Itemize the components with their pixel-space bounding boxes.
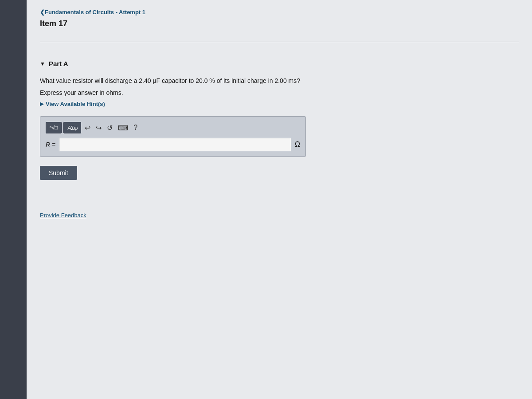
hint-link[interactable]: ▶ View Available Hint(s) — [40, 101, 519, 107]
left-sidebar — [0, 0, 27, 399]
submit-button[interactable]: Submit — [40, 166, 77, 180]
refresh-icon: ↺ — [107, 124, 113, 132]
unit-label: Ω — [295, 141, 300, 149]
greek-icon: ΑΣφ — [67, 125, 77, 131]
item-title: Item 17 — [40, 19, 519, 28]
undo-button[interactable]: ↩ — [83, 123, 92, 133]
hint-link-label: View Available Hint(s) — [46, 101, 105, 107]
radical-button[interactable]: ⁿ√□ — [46, 122, 62, 133]
answer-instruction: Express your answer in ohms. — [40, 89, 519, 96]
breadcrumb-link[interactable]: ❮Fundamentals of Circuits - Attempt 1 — [40, 9, 145, 16]
radical-icon: ⁿ√□ — [50, 125, 58, 131]
breadcrumb[interactable]: ❮Fundamentals of Circuits - Attempt 1 — [40, 9, 519, 16]
part-collapse-arrow: ▼ — [40, 61, 45, 67]
provide-feedback-link[interactable]: Provide Feedback — [40, 212, 86, 219]
redo-button[interactable]: ↪ — [94, 123, 103, 133]
part-header[interactable]: ▼ Part A — [40, 60, 519, 67]
input-label: R = — [46, 141, 55, 148]
toolbar: ⁿ√□ ΑΣφ ↩ ↪ ↺ ⌨ — [46, 122, 300, 133]
refresh-button[interactable]: ↺ — [105, 123, 114, 133]
part-section: ▼ Part A What value resistor will discha… — [40, 55, 519, 211]
question-text: What value resistor will discharge a 2.4… — [40, 76, 519, 86]
divider — [40, 42, 519, 42]
greek-button[interactable]: ΑΣφ — [63, 122, 81, 133]
part-label: Part A — [49, 60, 68, 67]
input-row: R = Ω — [46, 138, 300, 151]
answer-input[interactable] — [59, 138, 291, 151]
unit-milliseconds: ms — [289, 77, 297, 84]
help-icon: ? — [133, 124, 137, 132]
keyboard-button[interactable]: ⌨ — [116, 123, 130, 133]
help-button[interactable]: ? — [132, 123, 139, 133]
answer-box: ⁿ√□ ΑΣφ ↩ ↪ ↺ ⌨ — [40, 116, 306, 157]
unit-microfarad: μF — [153, 77, 160, 84]
main-content: ❮Fundamentals of Circuits - Attempt 1 It… — [27, 0, 532, 399]
undo-icon: ↩ — [85, 124, 90, 132]
redo-icon: ↪ — [96, 124, 102, 132]
keyboard-icon: ⌨ — [118, 124, 128, 132]
hint-arrow-icon: ▶ — [40, 101, 43, 107]
